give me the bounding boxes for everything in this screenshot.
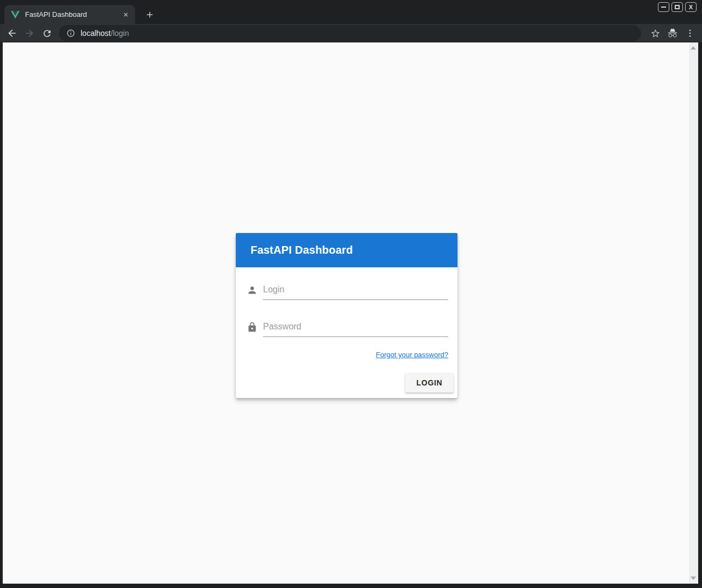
url-path: /login [111, 29, 129, 38]
login-button[interactable]: LOGIN [405, 373, 454, 393]
login-card: FastAPI Dashboard Forgot your password? … [236, 233, 457, 398]
login-card-header: FastAPI Dashboard [236, 233, 457, 267]
url-host: localhost [81, 29, 111, 38]
person-icon [247, 285, 258, 296]
page-scrollbar[interactable] [689, 42, 698, 584]
forward-button[interactable] [21, 25, 38, 41]
page-viewport: FastAPI Dashboard Forgot your password? … [3, 42, 698, 584]
password-field-row [247, 322, 448, 337]
login-field-row [247, 285, 448, 300]
tab-title: FastAPI Dashboard [25, 10, 121, 19]
window-minimize-button[interactable] [658, 2, 669, 12]
browser-toolbar: localhost/login [0, 24, 702, 42]
window-close-button[interactable]: X [685, 2, 697, 12]
tab-close-icon[interactable] [121, 10, 131, 20]
maximize-icon [675, 5, 680, 9]
bookmark-star-button[interactable] [646, 25, 664, 41]
login-input[interactable] [263, 285, 448, 300]
vue-logo-icon [11, 10, 20, 19]
scroll-down-arrow-icon[interactable] [691, 577, 696, 580]
login-card-title: FastAPI Dashboard [251, 244, 353, 256]
browser-menu-button[interactable] [681, 25, 699, 41]
browser-tab[interactable]: FastAPI Dashboard [4, 5, 135, 24]
new-tab-button[interactable] [143, 8, 157, 22]
minimize-icon [661, 7, 666, 8]
page-info-icon[interactable] [66, 29, 75, 38]
reload-button[interactable] [38, 25, 56, 41]
scroll-up-arrow-icon[interactable] [691, 46, 696, 50]
window-maximize-button[interactable] [672, 2, 683, 12]
close-icon: X [689, 4, 693, 10]
window-controls: X [658, 2, 697, 12]
forgot-password-link[interactable]: Forgot your password? [376, 351, 448, 359]
address-bar[interactable]: localhost/login [59, 25, 641, 41]
incognito-icon [664, 25, 681, 41]
browser-tabstrip: FastAPI Dashboard X [0, 0, 702, 24]
password-input[interactable] [263, 322, 448, 337]
url-text: localhost/login [81, 29, 129, 38]
lock-icon [247, 322, 258, 333]
back-button[interactable] [3, 25, 21, 41]
